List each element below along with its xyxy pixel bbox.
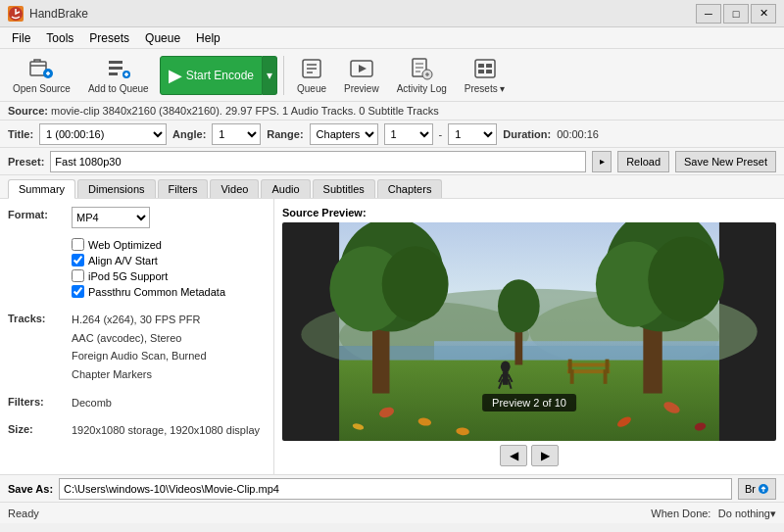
svg-rect-16 (486, 70, 492, 73)
play-icon: ▶ (169, 65, 182, 86)
ipod-label: iPod 5G Support (88, 270, 168, 282)
passthru-label: Passthru Common Metadata (88, 286, 225, 298)
preview-icon (349, 56, 374, 81)
open-source-button[interactable]: Open Source (6, 52, 77, 98)
save-as-row: Save As: Br (0, 474, 784, 502)
preview-overlay: Preview 2 of 10 (482, 394, 576, 411)
controls-row: Title: 1 (00:00:16) Angle: 1 Range: Chap… (0, 121, 784, 148)
tab-audio[interactable]: Audio (261, 179, 310, 198)
svg-rect-39 (606, 360, 610, 374)
filters-value: Decomb (72, 397, 112, 409)
tab-filters[interactable]: Filters (158, 179, 209, 198)
range-from-select[interactable]: 1 (384, 123, 433, 145)
prev-preview-button[interactable]: ◀ (500, 445, 527, 466)
range-to-select[interactable]: 1 (448, 123, 497, 145)
svg-rect-13 (478, 64, 484, 68)
preset-input[interactable] (50, 151, 586, 172)
open-source-label: Open Source (13, 83, 71, 94)
browse-button[interactable]: Br (738, 478, 776, 500)
close-button[interactable]: ✕ (751, 4, 776, 24)
right-panel: Source Preview: (274, 199, 784, 474)
queue-label: Queue (297, 83, 326, 94)
size-label: Size: (8, 421, 72, 435)
title-select[interactable]: 1 (00:00:16) (39, 123, 167, 145)
menu-file[interactable]: File (4, 29, 38, 47)
track-2: AAC (avcodec), Stereo (72, 329, 266, 348)
tab-summary[interactable]: Summary (8, 179, 75, 199)
svg-rect-15 (478, 70, 484, 73)
format-label: Format: (8, 207, 72, 220)
track-3: Foreign Audio Scan, Burned (72, 347, 266, 365)
svg-rect-14 (486, 64, 492, 68)
source-filename: movie-clip (51, 105, 100, 117)
source-bar: Source: movie-clip 3840x2160 (3840x2160)… (0, 102, 784, 121)
start-encode-wrap: ▶ Start Encode ▾ (160, 56, 277, 95)
svg-rect-35 (567, 363, 611, 366)
passthru-checkbox[interactable] (72, 285, 84, 298)
tab-subtitles[interactable]: Subtitles (313, 179, 375, 198)
duration-value: 00:00:16 (557, 128, 599, 140)
angle-label: Angle: (172, 128, 206, 140)
range-type-select[interactable]: Chapters (310, 123, 378, 145)
svg-point-40 (501, 362, 511, 373)
add-to-queue-icon (106, 56, 131, 81)
range-dash: - (439, 128, 443, 140)
angle-select[interactable]: 1 (212, 123, 261, 145)
status-ready: Ready (8, 508, 39, 519)
source-label: Source: (8, 105, 48, 117)
checkboxes-row: Web Optimized Align A/V Start iPod 5G Su… (8, 238, 266, 301)
menu-tools[interactable]: Tools (38, 29, 81, 47)
format-select[interactable]: MP4 MKV (72, 207, 150, 228)
size-row: Size: 1920x1080 storage, 1920x1080 displ… (8, 421, 266, 440)
main-content: Format: MP4 MKV Web Optimized Align A/V … (0, 199, 784, 474)
maximize-button[interactable]: □ (723, 4, 749, 24)
web-optimized-checkbox[interactable] (72, 238, 84, 251)
menu-presets[interactable]: Presets (81, 29, 137, 47)
app-title: HandBrake (29, 7, 88, 21)
add-to-queue-button[interactable]: Add to Queue (81, 52, 156, 98)
tab-video[interactable]: Video (210, 179, 259, 198)
reload-button[interactable]: Reload (617, 151, 669, 172)
preset-arrow-button[interactable]: ▸ (592, 151, 612, 172)
duration-label: Duration: (503, 128, 551, 140)
web-optimized-label: Web Optimized (88, 239, 162, 251)
start-encode-label: Start Encode (186, 69, 254, 82)
title-label: Title: (8, 128, 33, 140)
next-preview-button[interactable]: ▶ (531, 445, 559, 466)
start-encode-button[interactable]: ▶ Start Encode (160, 56, 263, 95)
tracks-label: Tracks: (8, 311, 72, 324)
menu-queue[interactable]: Queue (137, 29, 188, 47)
format-row: Format: MP4 MKV (8, 207, 266, 228)
svg-rect-38 (568, 360, 572, 374)
ipod-row: iPod 5G Support (72, 269, 266, 282)
when-done-value[interactable]: Do nothing▾ (718, 508, 776, 519)
tab-dimensions[interactable]: Dimensions (77, 179, 155, 198)
queue-button[interactable]: Queue (290, 52, 333, 98)
presets-label: Presets ▾ (465, 83, 506, 94)
menu-bar: File Tools Presets Queue Help (0, 27, 784, 49)
preview-label-btn: Preview (344, 83, 379, 94)
when-done-area: When Done: Do nothing▾ (651, 507, 776, 520)
preview-button[interactable]: Preview (337, 52, 386, 98)
preview-section-label: Source Preview: (282, 207, 776, 218)
track-1: H.264 (x264), 30 FPS PFR (72, 311, 266, 329)
app-icon (8, 6, 24, 22)
align-av-checkbox[interactable] (72, 254, 84, 266)
web-optimized-row: Web Optimized (72, 238, 266, 251)
title-bar: HandBrake ─ □ ✕ (0, 0, 784, 27)
tabs-row: Summary Dimensions Filters Video Audio S… (0, 175, 784, 199)
tab-chapters[interactable]: Chapters (377, 179, 443, 198)
activity-log-icon (409, 56, 434, 81)
svg-point-33 (498, 279, 540, 332)
presets-button[interactable]: Presets ▾ (458, 52, 513, 98)
start-encode-dropdown[interactable]: ▾ (263, 56, 277, 95)
save-new-preset-button[interactable]: Save New Preset (675, 151, 776, 172)
svg-marker-9 (359, 65, 367, 73)
save-as-input[interactable] (59, 478, 732, 500)
ipod-checkbox[interactable] (72, 269, 84, 282)
minimize-button[interactable]: ─ (696, 4, 721, 24)
tracks-row: Tracks: H.264 (x264), 30 FPS PFR AAC (av… (8, 311, 266, 384)
activity-log-button[interactable]: Activity Log (390, 52, 454, 98)
menu-help[interactable]: Help (188, 29, 228, 47)
filters-row: Filters: Decomb (8, 394, 266, 412)
